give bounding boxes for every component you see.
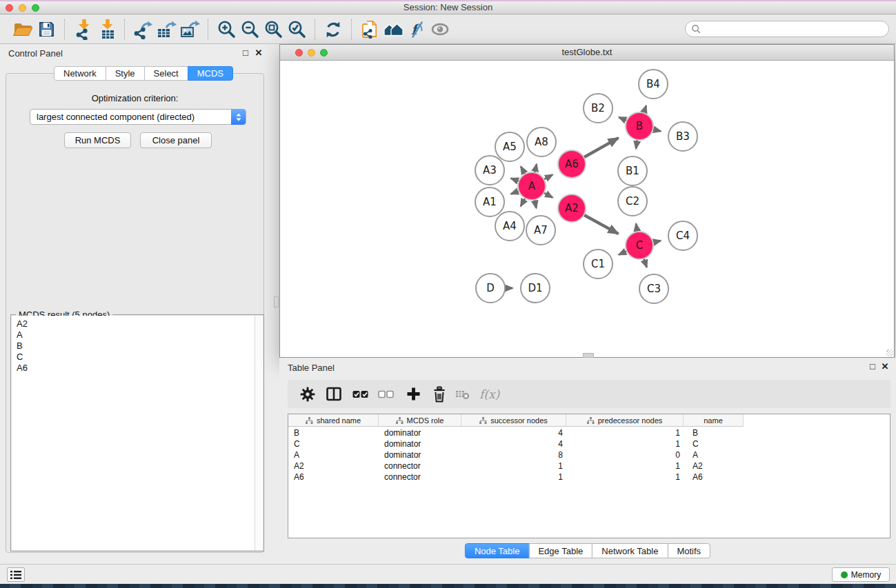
cell-name[interactable]: A6 [684,472,744,483]
cell-predecessor-nodes[interactable]: 1 [566,472,684,483]
add-column-button[interactable] [406,383,421,406]
splitpane-handle-horizontal[interactable] [583,353,594,358]
cell-MCDS-role[interactable]: connector [379,460,461,472]
graph-node-A4[interactable]: A4 [495,212,524,241]
graph-node-A5[interactable]: A5 [495,132,524,161]
clone-network-button[interactable] [358,18,381,41]
graph-edge-A-A6[interactable] [544,175,552,180]
table-row-C[interactable]: Cdominator41C [288,438,744,449]
table-settings-button[interactable] [300,383,315,406]
result-scrollbar[interactable] [255,316,263,550]
graph-edge-A6-B[interactable] [584,138,619,158]
graph-node-D[interactable]: D [476,274,505,303]
graph-edge-A-A5[interactable] [521,167,526,175]
column-header-predecessor-nodes[interactable]: predecessor nodes [566,414,684,427]
cell-shared-name[interactable]: B [288,427,379,438]
cell-name[interactable]: C [684,438,744,449]
column-header-shared-name[interactable]: shared name [288,414,379,427]
column-header-successor-nodes[interactable]: successor nodes [461,414,566,427]
graph-node-A1[interactable]: A1 [475,187,504,216]
graph-edge-A-A4[interactable] [521,198,526,207]
graph-node-A2[interactable]: A2 [558,194,586,222]
zoom-fit-button[interactable] [261,18,285,41]
graph-node-A7[interactable]: A7 [526,216,555,245]
graph-node-A3[interactable]: A3 [475,156,504,185]
select-all-columns-button[interactable] [352,383,368,406]
graph-node-C1[interactable]: C1 [584,250,613,278]
tab-select[interactable]: Select [144,66,188,81]
graph-node-A8[interactable]: A8 [527,128,556,156]
graph-node-A6[interactable]: A6 [558,150,586,178]
tab-motifs[interactable]: Motifs [667,543,710,558]
export-table-button[interactable] [155,18,178,41]
search-box[interactable] [685,21,889,37]
search-input[interactable] [704,22,888,36]
cell-shared-name[interactable]: C [288,438,379,449]
cell-predecessor-nodes[interactable]: 1 [566,438,684,449]
split-view-button[interactable] [326,383,341,406]
cell-successor-nodes[interactable]: 4 [461,438,566,449]
result-item-A[interactable]: A [12,330,255,341]
graph-node-B1[interactable]: B1 [618,156,647,185]
tab-mcds[interactable]: MCDS [188,66,233,81]
resize-grip[interactable] [886,349,893,356]
graph-node-B2[interactable]: B2 [584,94,613,123]
graph-edge-C-C3[interactable] [644,258,647,267]
cell-shared-name[interactable]: A6 [288,472,379,483]
column-header-MCDS-role[interactable]: MCDS role [379,414,461,427]
graph-node-B4[interactable]: B4 [639,70,668,99]
open-session-button[interactable] [11,18,34,41]
table-row-A[interactable]: Adominator80A [288,449,744,460]
mcds-result-list[interactable]: A2ABCA6 [12,316,255,550]
cell-successor-nodes[interactable]: 1 [461,472,566,483]
tab-node-table[interactable]: Node Table [465,543,530,558]
cell-name[interactable]: A [684,449,744,460]
cell-predecessor-nodes[interactable]: 1 [566,427,684,438]
cell-MCDS-role[interactable]: connector [379,472,461,483]
table-row-B[interactable]: Bdominator41B [288,427,744,438]
zoom-in-button[interactable] [215,18,238,41]
close-panel-icon[interactable]: ✕ [253,48,264,58]
deselect-all-columns-button[interactable] [378,383,394,406]
cell-name[interactable]: B [684,427,744,438]
graph-edge-A2-C[interactable] [584,214,619,234]
close-table-panel-icon[interactable]: ✕ [879,361,890,372]
splitpane-handle-vertical[interactable] [274,296,279,307]
tab-network[interactable]: Network [54,66,106,81]
cell-predecessor-nodes[interactable]: 0 [566,449,684,460]
cell-shared-name[interactable]: A [288,449,379,460]
cell-MCDS-role[interactable]: dominator [379,427,461,438]
task-history-button[interactable] [7,567,25,582]
export-network-button[interactable] [131,18,155,41]
refresh-view-button[interactable] [321,18,345,41]
table-row-A6[interactable]: A6connector11A6 [288,472,744,483]
network-graph[interactable]: A A1 A2 A3 A4 A5 A6 A7 A8 B B1 B2 B3 [280,61,894,357]
cell-successor-nodes[interactable]: 1 [461,460,566,472]
first-neighbors-button[interactable] [381,18,405,41]
float-panel-icon[interactable]: □ [240,48,251,58]
graph-edge-A-A8[interactable] [535,164,537,173]
table-row-A2[interactable]: A2connector11A2 [288,460,744,472]
cell-successor-nodes[interactable]: 4 [461,427,566,438]
tab-style[interactable]: Style [106,66,145,81]
result-item-B[interactable]: B [12,341,255,352]
graph-node-C[interactable]: C [626,232,653,259]
zoom-out-button[interactable] [238,18,261,41]
graph-node-D1[interactable]: D1 [521,274,550,303]
graph-node-B[interactable]: B [626,112,653,140]
graph-node-B3[interactable]: B3 [668,122,697,151]
zoom-selected-button[interactable] [285,18,308,41]
graph-node-A[interactable]: A [518,172,546,200]
result-item-A2[interactable]: A2 [12,318,255,330]
select-stepper-icon[interactable] [231,109,246,125]
run-mcds-button[interactable]: Run MCDS [64,132,131,148]
tab-network-table[interactable]: Network Table [592,543,668,558]
criterion-select[interactable]: largest connected component (directed) [30,109,246,125]
tab-edge-table[interactable]: Edge Table [528,543,593,558]
export-image-button[interactable] [178,18,201,41]
cell-MCDS-role[interactable]: dominator [379,449,461,460]
graph-node-C3[interactable]: C3 [639,274,668,303]
save-session-button[interactable] [34,18,58,41]
import-table-button[interactable] [94,18,118,41]
cell-successor-nodes[interactable]: 8 [461,449,566,460]
